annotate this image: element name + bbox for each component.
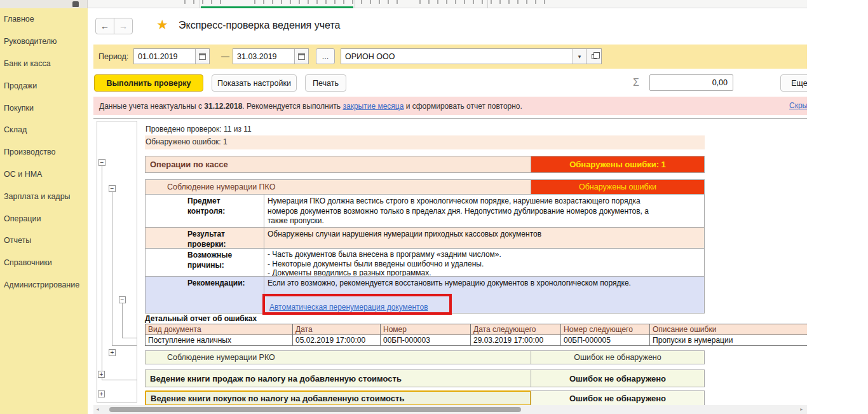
notification-text: Данные учета неактуальны с 31.12.2018. Р… (99, 102, 522, 111)
group-row-purchase-book-title[interactable]: Ведение книги покупок по налогу на добав… (145, 390, 531, 406)
checks-count-text[interactable]: Проведено проверок: 11 из 11 (146, 125, 252, 134)
col-header-next-date[interactable]: Дата следующего (470, 324, 561, 335)
errors-count-row[interactable]: Обнаружено ошибок: 1 (145, 135, 705, 149)
sidebar-item-purchases[interactable]: Покупки (0, 97, 88, 119)
subject-value-cell[interactable]: Нумерация ПКО должна вестись строго в хр… (264, 194, 705, 228)
sidebar-item-label: Производство (4, 148, 56, 156)
result-label-cell[interactable]: Результат проверки: (145, 227, 264, 249)
causes-text-line: - Часть документов была внесена в програ… (268, 250, 704, 259)
table-cell-doc-type[interactable]: Поступление наличных (145, 335, 293, 346)
sidebar-item-bank-cash[interactable]: Банк и касса (0, 53, 88, 75)
sidebar-item-main[interactable]: Главное (0, 8, 88, 31)
horizontal-scrollbar[interactable]: ◄ ► (93, 405, 807, 414)
tree-line (102, 166, 102, 380)
sidebar-item-salary-hr[interactable]: Зарплата и кадры (0, 185, 88, 207)
result-value-cell[interactable]: Обнаружены случаи нарушения нумерации пр… (264, 227, 705, 249)
table-cell-date[interactable]: 05.02.2019 17:00:00 (292, 335, 381, 346)
period-panel: Период: 01.01.2019 — 31.03.2019 ... ОРИО… (93, 45, 807, 69)
group-row-cash-status[interactable]: Обнаружены ошибки: 1 (531, 156, 705, 173)
table-cell-next-date[interactable]: 29.03.2019 17:00:00 (470, 335, 561, 346)
period-to-field[interactable]: 31.03.2019 (233, 48, 309, 64)
forward-button[interactable]: → (114, 18, 133, 34)
organization-open-button[interactable] (586, 49, 601, 64)
tree-line (112, 345, 137, 346)
col-header-next-number[interactable]: Номер следующего (560, 324, 650, 335)
favorite-star-icon[interactable]: ★ (156, 17, 168, 32)
col-header-date[interactable]: Дата (292, 324, 381, 335)
app-window: Главное Руководителю Банк и касса Продаж… (0, 0, 807, 414)
group-row-cash-title[interactable]: Операции по кассе (145, 156, 531, 173)
pin-icon[interactable] (72, 1, 79, 7)
sidebar-item-manager[interactable]: Руководителю (0, 31, 88, 53)
recommendations-label-cell[interactable]: Рекомендации: (145, 276, 264, 314)
star-glyph: ★ (156, 17, 168, 32)
col-header-error-desc[interactable]: Описание ошибки (649, 324, 807, 335)
organization-value: ОРИОН ООО (341, 52, 573, 61)
period-options-button[interactable]: ... (316, 48, 335, 64)
expand-box-purchase-book[interactable]: + (98, 390, 105, 397)
sidebar-item-label: Справочники (4, 258, 52, 267)
sidebar-item-warehouse[interactable]: Склад (0, 119, 88, 141)
more-button[interactable]: Еще (780, 74, 807, 92)
back-button[interactable]: ← (95, 18, 114, 34)
causes-value-cell[interactable]: - Часть документов была внесена в програ… (264, 248, 705, 277)
table-cell-error-desc[interactable]: Пропуски в нумерации (649, 335, 807, 346)
sidebar-item-operations[interactable]: Операции (0, 207, 88, 230)
table-cell-next-number[interactable]: 00БП-000005 (560, 335, 650, 346)
result-label-line: Результат (187, 230, 264, 240)
month-close-link[interactable]: закрытие месяца (342, 102, 403, 111)
organization-field[interactable]: ОРИОН ООО ▾ (341, 48, 602, 64)
check-row-pko-title[interactable]: Соблюдение нумерации ПКО (145, 179, 531, 195)
table-cell-number[interactable]: 00БП-000003 (380, 335, 471, 346)
result-text-line: Обнаружены случаи нарушения нумерации пр… (268, 230, 704, 240)
separator-line (93, 118, 807, 119)
calendar-icon (199, 53, 206, 60)
section-panel: Главное Руководителю Банк и касса Продаж… (0, 8, 88, 414)
expand-box-rko[interactable]: + (109, 349, 116, 356)
expand-box-sales-book[interactable]: + (98, 371, 105, 378)
hide-notification-link[interactable]: Скрыть (789, 101, 807, 110)
notification-bar: Данные учета неактуальны с 31.12.2018. Р… (93, 97, 807, 115)
sidebar-item-sales[interactable]: Продажи (0, 74, 88, 97)
sidebar-item-label: Операции (4, 214, 41, 223)
calendar-button[interactable] (195, 49, 209, 64)
group-row-purchase-book-status[interactable]: Ошибок не обнаружено (531, 390, 705, 406)
collapse-box-pko[interactable]: − (109, 185, 116, 192)
show-settings-button[interactable]: Показать настройки (212, 74, 297, 92)
page-title: Экспресс-проверка ведения учета (179, 20, 340, 31)
check-row-rko-title[interactable]: Соблюдение нумерации РКО (145, 350, 531, 364)
scrollbar-thumb[interactable] (109, 407, 521, 412)
scroll-right-icon[interactable]: ► (799, 407, 804, 411)
notif-text-middle: . Рекомендуется выполнить (242, 102, 342, 111)
sidebar-item-administration[interactable]: Администрирование (0, 274, 88, 296)
collapse-box-detail[interactable]: − (119, 296, 126, 303)
subject-label-cell[interactable]: Предмет контроля: (145, 194, 264, 228)
scroll-left-icon[interactable]: ◄ (95, 407, 100, 411)
tab-text-remnant (419, 0, 546, 4)
print-button[interactable]: Печать (305, 74, 346, 92)
group-row-sales-book-title[interactable]: Ведение книги продаж по налогу на добавл… (145, 369, 531, 387)
open-form-icon (592, 54, 597, 59)
sum-input[interactable] (649, 74, 733, 91)
tab-text-remnant (184, 0, 229, 4)
organization-dropdown-button[interactable]: ▾ (573, 49, 586, 64)
run-check-button[interactable]: Выполнить проверку (94, 74, 203, 92)
sidebar-item-fixed-assets[interactable]: ОС и НМА (0, 163, 88, 186)
period-from-field[interactable]: 01.01.2019 (133, 48, 210, 64)
col-header-number[interactable]: Номер (380, 324, 471, 335)
calendar-button[interactable] (294, 49, 308, 64)
sidebar-item-directories[interactable]: Справочники (0, 252, 88, 274)
collapse-box-cash-group[interactable]: − (98, 159, 105, 166)
notif-text-after: и сформировать отчет повторно. (403, 102, 522, 111)
back-arrow-icon: ← (100, 21, 109, 31)
check-row-pko-status[interactable]: Обнаружены ошибки (531, 179, 705, 195)
causes-label-cell[interactable]: Возможные причины: (145, 248, 264, 277)
group-row-sales-book-status[interactable]: Ошибок не обнаружено (531, 369, 705, 387)
active-tab-indicator[interactable] (201, 6, 353, 8)
check-row-rko-status[interactable]: Ошибок не обнаружено (531, 350, 705, 364)
sidebar-item-reports[interactable]: Отчеты (0, 230, 88, 252)
col-header-doc-type[interactable]: Вид документа (145, 324, 293, 335)
purchase-book-title-label: Ведение книги покупок по налогу на добав… (151, 394, 404, 403)
sidebar-item-production[interactable]: Производство (0, 141, 88, 163)
tab-separator (200, 0, 200, 8)
